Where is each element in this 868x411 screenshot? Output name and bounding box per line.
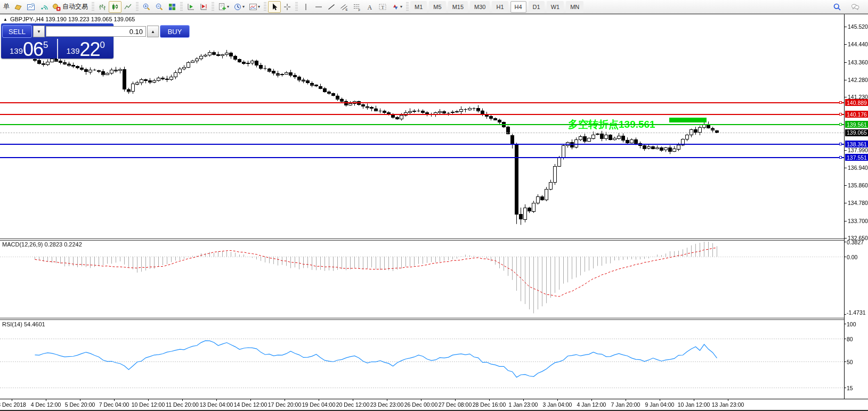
sell-price-pip: 5	[43, 40, 48, 50]
price-axis-tag-black: 139.065	[845, 129, 868, 136]
sell-price-prefix: 139	[10, 44, 23, 58]
time-axis-label: 28 Dec 16:00	[473, 401, 506, 408]
price-axis-tag-blue: 137.551	[845, 154, 868, 161]
rsi-axis-label: 50	[847, 359, 853, 365]
lot-decrease-button[interactable]: ▼	[33, 26, 45, 37]
macd-axis-label: 0.3827	[847, 239, 864, 245]
macd-rsi-separator[interactable]	[0, 318, 844, 318]
macd-rsi-separator[interactable]	[0, 319, 844, 320]
macd-axis-label: -1.4731	[847, 309, 866, 316]
main-macd-separator[interactable]	[0, 240, 844, 241]
price-axis-line[interactable]	[844, 14, 845, 399]
horizontal-line[interactable]	[0, 114, 844, 115]
line-handle[interactable]	[839, 143, 842, 145]
time-axis-label: 14 Dec 12:00	[234, 401, 267, 408]
time-axis-label: 27 Dec 08:00	[439, 401, 472, 408]
chart-title: ▲ GBPJPY-,H4 139.190 139.223 139.065 139…	[3, 16, 135, 22]
price-axis-label: 133.700	[848, 218, 868, 224]
chart-top-border	[0, 14, 868, 14]
sell-price[interactable]: 139 06 5	[1, 39, 57, 59]
time-axis-label: 26 Dec 00:00	[404, 401, 437, 408]
time-axis-label: 3 Jan 04:00	[543, 401, 572, 408]
buy-price-main: 22	[80, 41, 100, 58]
sell-button[interactable]: SELL	[2, 25, 32, 38]
price-axis-label: 145.520	[848, 23, 868, 30]
buy-price-prefix: 139	[66, 44, 79, 58]
time-axis-label: 10 Dec 12:00	[132, 401, 165, 408]
time-axis-label: 11 Dec 20:00	[166, 401, 199, 408]
green-zone-rect[interactable]	[669, 118, 707, 122]
current-price-line	[0, 133, 844, 133]
price-axis-tag-red: 140.176	[845, 111, 868, 118]
horizontal-line[interactable]	[0, 124, 844, 125]
rsi-axis-label: 100	[847, 321, 856, 327]
chart-canvas[interactable]	[0, 0, 868, 411]
sell-price-main: 06	[23, 41, 43, 58]
title-marker-icon: ▲	[3, 17, 7, 22]
rsi-axis-label: 80	[847, 336, 853, 342]
macd-label: MACD(12,26,9) 0.2823 0.2242	[2, 241, 82, 248]
horizontal-line[interactable]	[0, 157, 844, 158]
main-macd-separator[interactable]	[0, 239, 844, 239]
time-axis-label: 17 Dec 20:00	[268, 401, 301, 408]
time-axis-label: 9 Jan 04:00	[645, 401, 675, 408]
lot-increase-button[interactable]: ▲	[147, 26, 159, 37]
horizontal-line[interactable]	[0, 144, 844, 145]
rsi-axis-label: 15	[847, 385, 853, 391]
time-axis-label: 10 Jan 12:00	[678, 401, 710, 408]
mt4-window: 单 自动交易	[0, 0, 868, 411]
price-axis-label: 135.860	[848, 182, 868, 188]
price-axis-label: 136.940	[848, 165, 868, 171]
line-handle[interactable]	[839, 123, 842, 126]
line-handle[interactable]	[839, 113, 842, 116]
buy-price[interactable]: 139 22 0	[58, 39, 114, 59]
time-axis-label: 20 Dec 12:00	[336, 401, 369, 408]
price-axis-label: 143.360	[848, 59, 868, 65]
time-axis-label: 13 Dec 04:00	[200, 401, 233, 408]
time-axis-label: 7 Dec 04:00	[99, 401, 129, 408]
time-axis-label: 4 Dec 12:00	[31, 401, 61, 408]
time-axis-label: 3 Dec 2018	[0, 401, 26, 408]
price-axis-label: 137.990	[848, 147, 868, 153]
lot-size-input[interactable]	[46, 26, 146, 37]
line-handle[interactable]	[839, 156, 842, 159]
time-axis-label: 23 Dec 23:00	[370, 401, 403, 408]
price-axis-label: 142.280	[848, 77, 868, 83]
macd-axis-label: 0.00	[847, 254, 857, 260]
time-axis-label: 19 Dec 04:00	[302, 401, 335, 408]
rsi-label: RSI(14) 54.4601	[2, 321, 45, 327]
time-axis-label: 4 Jan 12:00	[577, 401, 606, 408]
time-axis-label: 13 Jan 23:00	[712, 401, 744, 408]
buy-button[interactable]: BUY	[160, 25, 190, 38]
time-axis-label: 1 Jan 23:00	[509, 401, 538, 408]
time-axis-line[interactable]	[0, 399, 868, 399]
one-click-trading-panel: SELL ▼ ▲ BUY 139 06 5 139 22 0	[1, 23, 113, 59]
time-axis-label: 7 Jan 20:00	[611, 401, 640, 408]
price-axis-label: 144.440	[848, 41, 868, 47]
price-axis-label: 134.780	[848, 200, 868, 206]
time-axis-label: 5 Dec 20:00	[65, 401, 95, 408]
price-axis-tag-green: 139.561	[845, 121, 868, 128]
chart-title-text: GBPJPY-,H4 139.190 139.223 139.065 139.0…	[10, 16, 135, 22]
price-axis-tag-red: 140.889	[845, 99, 868, 106]
line-handle[interactable]	[839, 101, 842, 104]
horizontal-line[interactable]	[0, 102, 844, 103]
buy-price-pip: 0	[100, 40, 105, 50]
